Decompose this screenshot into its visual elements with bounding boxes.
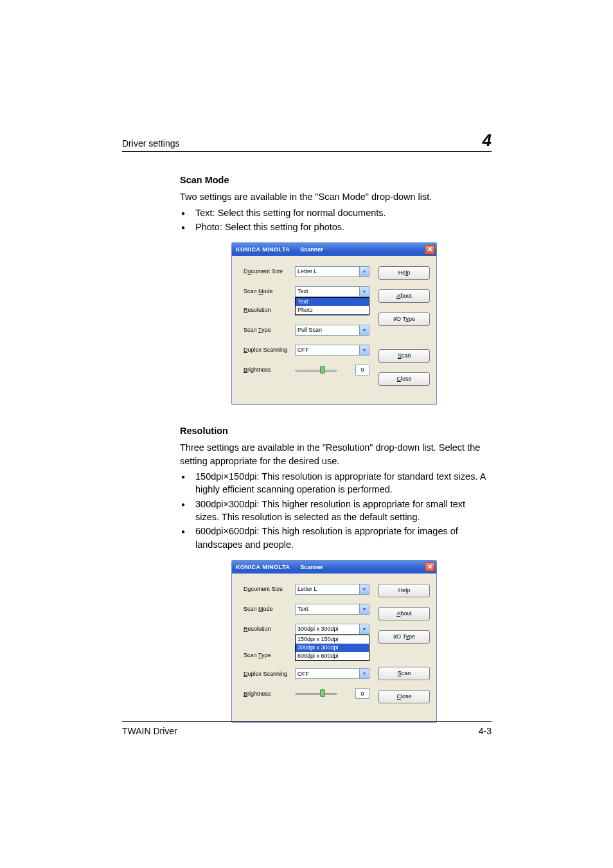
label-resolution: Resolution bbox=[244, 306, 295, 314]
combo-docsize[interactable]: Letter L ▾ bbox=[295, 266, 369, 277]
chevron-down-icon[interactable]: ▾ bbox=[359, 325, 369, 335]
scanner-dialog-scanmode: KONICA MINOLTA Scanner ✕ Document Size L… bbox=[231, 242, 437, 405]
list-item: 600dpi×600dpi: This high resolution is a… bbox=[180, 525, 488, 551]
brightness-slider[interactable] bbox=[295, 365, 350, 375]
brand-text: KONICA MINOLTA bbox=[236, 246, 290, 254]
chevron-down-icon[interactable]: ▾ bbox=[359, 669, 369, 678]
option-300dpi[interactable]: 300dpi x 300dpi bbox=[296, 644, 369, 652]
about-button[interactable]: About bbox=[378, 289, 430, 303]
close-button[interactable]: Close bbox=[378, 690, 430, 703]
label-docsize: Document Size bbox=[244, 267, 295, 276]
combo-resolution[interactable]: 300dpi x 300dpi ▾ bbox=[295, 624, 369, 635]
combo-value: 300dpi x 300dpi bbox=[298, 625, 339, 633]
dialog-title: Scanner bbox=[300, 246, 323, 254]
close-icon[interactable]: ✕ bbox=[425, 562, 435, 572]
dialog-titlebar[interactable]: KONICA MINOLTA Scanner ✕ bbox=[232, 561, 436, 574]
chevron-down-icon[interactable]: ▾ bbox=[359, 267, 369, 276]
label-duplex: Duplex Scanning bbox=[244, 346, 295, 354]
label-scanmode: Scan Mode bbox=[244, 605, 295, 613]
brightness-slider[interactable] bbox=[295, 688, 350, 699]
label-docsize: Document Size bbox=[244, 585, 295, 593]
label-resolution: Resolution bbox=[244, 625, 295, 633]
scan-mode-intro: Two settings are available in the "Scan … bbox=[180, 190, 488, 203]
combo-docsize[interactable]: Letter L ▾ bbox=[295, 584, 369, 595]
scanner-dialog-resolution: KONICA MINOLTA Scanner ✕ Document Size L… bbox=[231, 560, 437, 723]
help-button[interactable]: Help bbox=[378, 584, 430, 597]
footer-right: 4-3 bbox=[479, 726, 492, 736]
combo-value: OFF bbox=[298, 670, 309, 678]
header-section: Driver settings bbox=[122, 138, 179, 149]
combo-duplex[interactable]: OFF ▾ bbox=[295, 668, 369, 679]
option-150dpi[interactable]: 150dpi x 150dpi bbox=[296, 635, 369, 644]
label-brightness: Brightness bbox=[244, 366, 295, 374]
dialog-title: Scanner bbox=[300, 563, 323, 572]
option-600dpi[interactable]: 600dpi x 600dpi bbox=[296, 652, 369, 660]
brightness-value[interactable]: 0 bbox=[355, 688, 369, 699]
label-scanmode: Scan Mode bbox=[244, 287, 295, 296]
combo-value: Text bbox=[298, 287, 308, 296]
label-brightness: Brightness bbox=[244, 690, 295, 698]
list-item: Photo: Select this setting for photos. bbox=[180, 221, 488, 233]
iotype-button[interactable]: I/O Type bbox=[378, 312, 430, 326]
label-scantype: Scan Type bbox=[244, 651, 295, 660]
close-icon[interactable]: ✕ bbox=[425, 245, 435, 255]
combo-scanmode[interactable]: Text ▾ bbox=[295, 286, 369, 297]
resolution-list: 150dpi×150dpi: This resolution is approp… bbox=[180, 470, 488, 551]
combo-value: Letter L bbox=[298, 267, 317, 276]
dialog-titlebar[interactable]: KONICA MINOLTA Scanner ✕ bbox=[232, 243, 436, 256]
list-item: 300dpi×300dpi: This higher resolution is… bbox=[180, 498, 488, 524]
chevron-down-icon[interactable]: ▾ bbox=[359, 345, 369, 355]
option-text[interactable]: Text bbox=[296, 298, 369, 306]
brand-text: KONICA MINOLTA bbox=[236, 563, 290, 572]
combo-value: Letter L bbox=[298, 585, 317, 593]
scan-mode-list: Text: Select this setting for normal doc… bbox=[180, 206, 488, 234]
label-duplex: Duplex Scanning bbox=[244, 670, 295, 678]
resolution-dropdown[interactable]: 150dpi x 150dpi 300dpi x 300dpi 600dpi x… bbox=[295, 635, 369, 661]
iotype-button[interactable]: I/O Type bbox=[378, 630, 430, 644]
chevron-down-icon[interactable]: ▾ bbox=[359, 604, 369, 614]
option-photo[interactable]: Photo bbox=[296, 306, 369, 314]
combo-value: Text bbox=[298, 605, 308, 613]
list-item: 150dpi×150dpi: This resolution is approp… bbox=[180, 470, 488, 496]
combo-value: OFF bbox=[298, 346, 309, 354]
heading-resolution: Resolution bbox=[180, 424, 488, 437]
combo-value: Pull Scan bbox=[298, 326, 322, 334]
scan-button[interactable]: Scan bbox=[378, 667, 430, 680]
heading-scan-mode: Scan Mode bbox=[180, 174, 488, 186]
header-chapter: 4 bbox=[483, 132, 492, 149]
label-scantype: Scan Type bbox=[244, 326, 295, 334]
chevron-down-icon[interactable]: ▾ bbox=[359, 624, 369, 634]
brightness-value[interactable]: 0 bbox=[355, 365, 369, 375]
list-item: Text: Select this setting for normal doc… bbox=[180, 206, 488, 219]
chevron-down-icon[interactable]: ▾ bbox=[359, 287, 369, 296]
scan-button[interactable]: Scan bbox=[378, 349, 430, 363]
combo-scantype[interactable]: Pull Scan ▾ bbox=[295, 325, 369, 336]
about-button[interactable]: About bbox=[378, 607, 430, 620]
help-button[interactable]: Help bbox=[378, 266, 430, 280]
footer-left: TWAIN Driver bbox=[122, 726, 177, 736]
combo-scanmode[interactable]: Text ▾ bbox=[295, 604, 369, 615]
resolution-intro: Three settings are available in the "Res… bbox=[180, 441, 488, 467]
chevron-down-icon[interactable]: ▾ bbox=[359, 584, 369, 594]
combo-duplex[interactable]: OFF ▾ bbox=[295, 345, 369, 356]
close-button[interactable]: Close bbox=[378, 372, 430, 386]
scanmode-dropdown[interactable]: Text Photo bbox=[295, 297, 369, 315]
